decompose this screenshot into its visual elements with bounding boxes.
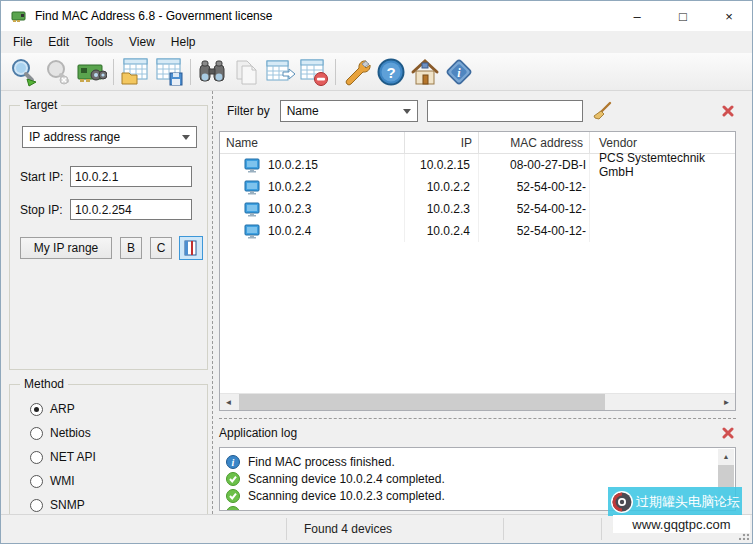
- left-panel: Target IP address range Start IP: Stop I…: [1, 91, 213, 514]
- class-c-button[interactable]: C: [150, 237, 172, 259]
- open-table-button[interactable]: [118, 55, 152, 89]
- network-adapter-button[interactable]: [75, 55, 109, 89]
- success-icon: [226, 489, 240, 503]
- clear-filter-button[interactable]: [592, 101, 612, 121]
- scroll-up-icon[interactable]: ▲: [718, 449, 734, 464]
- watermark-text: 过期罐头电脑论坛: [636, 493, 740, 511]
- broom-icon: [592, 101, 612, 121]
- app-icon: [11, 9, 27, 23]
- open-table-icon: [120, 57, 150, 87]
- settings-icon: [342, 57, 372, 87]
- class-b-button[interactable]: B: [120, 237, 142, 259]
- menu-tools[interactable]: Tools: [77, 33, 121, 51]
- close-filter-button[interactable]: [722, 105, 734, 117]
- stop-scan-button[interactable]: [41, 55, 75, 89]
- radio-icon: [30, 499, 43, 512]
- watermark-logo-icon: [610, 490, 634, 514]
- settings-button[interactable]: [340, 55, 374, 89]
- home-icon: [410, 57, 440, 87]
- filter-query-input[interactable]: [427, 100, 583, 122]
- address-book-button[interactable]: [179, 236, 203, 260]
- column-header-name[interactable]: Name: [220, 132, 405, 153]
- success-icon: [226, 472, 240, 486]
- table-row[interactable]: 10.0.2.3 10.0.2.3 52-54-00-12-: [220, 198, 735, 220]
- copy-button[interactable]: [229, 55, 263, 89]
- log-entry[interactable]: Scanning device 10.0.2.4 completed.: [226, 470, 715, 487]
- start-ip-input[interactable]: [70, 166, 192, 187]
- table-row[interactable]: 10.0.2.2 10.0.2.2 52-54-00-12-: [220, 176, 735, 198]
- save-table-icon: [154, 57, 184, 87]
- filter-by-label: Filter by: [227, 104, 270, 118]
- menubar: File Edit Tools View Help: [1, 31, 752, 53]
- status-found-devices: Found 4 devices: [304, 522, 392, 536]
- menu-edit[interactable]: Edit: [40, 33, 77, 51]
- my-ip-range-button[interactable]: My IP range: [20, 237, 112, 259]
- method-option-wmi[interactable]: WMI: [30, 469, 207, 493]
- scan-type-value: IP address range: [29, 130, 120, 144]
- help-button[interactable]: ?: [374, 55, 408, 89]
- method-option-arp[interactable]: ARP: [30, 397, 207, 421]
- address-book-icon: [183, 240, 199, 256]
- start-scan-button[interactable]: [7, 55, 41, 89]
- horizontal-scrollbar[interactable]: ◄ ►: [220, 393, 735, 410]
- about-button[interactable]: i: [442, 55, 476, 89]
- scrollbar-thumb[interactable]: [718, 465, 734, 487]
- scan-type-select[interactable]: IP address range: [22, 126, 197, 148]
- about-icon: i: [444, 57, 474, 87]
- home-button[interactable]: [408, 55, 442, 89]
- network-adapter-icon: [77, 57, 107, 87]
- close-icon: [722, 105, 734, 117]
- statusbar-separator: [503, 518, 504, 540]
- watermark-badge: 过期罐头电脑论坛: [608, 487, 742, 516]
- clear-table-button[interactable]: [297, 55, 331, 89]
- menu-help[interactable]: Help: [163, 33, 204, 51]
- method-option-netapi[interactable]: NET API: [30, 445, 207, 469]
- table-row[interactable]: 10.0.2.4 10.0.2.4 52-54-00-12-: [220, 220, 735, 242]
- start-ip-label: Start IP:: [20, 170, 70, 184]
- export-table-button[interactable]: [263, 55, 297, 89]
- scroll-left-icon[interactable]: ◄: [220, 394, 237, 410]
- menu-file[interactable]: File: [5, 33, 40, 51]
- log-title: Application log: [219, 426, 297, 440]
- column-header-mac[interactable]: MAC address: [479, 132, 590, 153]
- start-scan-icon: [9, 57, 39, 87]
- radio-icon: [30, 427, 43, 440]
- stop-ip-input[interactable]: [70, 199, 192, 220]
- log-entry[interactable]: i Find MAC process finished.: [226, 453, 715, 470]
- scrollbar-thumb[interactable]: [239, 394, 605, 410]
- menu-view[interactable]: View: [121, 33, 163, 51]
- method-group: Method ARP Netbios NET API WMI: [9, 384, 208, 520]
- minimize-button[interactable]: –: [614, 1, 660, 31]
- scroll-right-icon[interactable]: ►: [718, 394, 735, 410]
- table-row[interactable]: 10.0.2.15 10.0.2.15 08-00-27-DB-I PCS Sy…: [220, 154, 735, 176]
- close-button[interactable]: ×: [706, 1, 752, 31]
- find-button[interactable]: [195, 55, 229, 89]
- app-window: Find MAC Address 6.8 - Government licens…: [0, 0, 753, 544]
- save-table-button[interactable]: [152, 55, 186, 89]
- radio-icon: [30, 403, 43, 416]
- help-icon: ?: [376, 57, 406, 87]
- svg-text:?: ?: [386, 64, 395, 81]
- computer-icon: [244, 180, 260, 195]
- filter-field-value: Name: [287, 104, 319, 118]
- filter-field-select[interactable]: Name: [280, 100, 418, 122]
- column-header-vendor[interactable]: Vendor: [590, 132, 735, 153]
- target-group-label: Target: [20, 98, 61, 112]
- chevron-down-icon: [182, 135, 190, 140]
- maximize-button[interactable]: □: [660, 1, 706, 31]
- right-panel: Filter by Name Name IP MAC address: [213, 91, 752, 514]
- chevron-down-icon: [403, 109, 411, 114]
- column-header-ip[interactable]: IP: [405, 132, 479, 153]
- stop-ip-label: Stop IP:: [20, 203, 70, 217]
- info-icon: i: [226, 455, 240, 469]
- filter-bar: Filter by Name: [219, 91, 736, 131]
- export-table-icon: [265, 57, 295, 87]
- target-group: Target IP address range Start IP: Stop I…: [9, 105, 208, 370]
- close-log-button[interactable]: [722, 427, 734, 439]
- device-table: Name IP MAC address Vendor 10.0.2.15 10.…: [219, 131, 736, 411]
- titlebar[interactable]: Find MAC Address 6.8 - Government licens…: [1, 1, 752, 31]
- stop-scan-icon: [43, 57, 73, 87]
- main-content: Target IP address range Start IP: Stop I…: [1, 91, 752, 514]
- method-option-netbios[interactable]: Netbios: [30, 421, 207, 445]
- statusbar-separator: [601, 518, 602, 540]
